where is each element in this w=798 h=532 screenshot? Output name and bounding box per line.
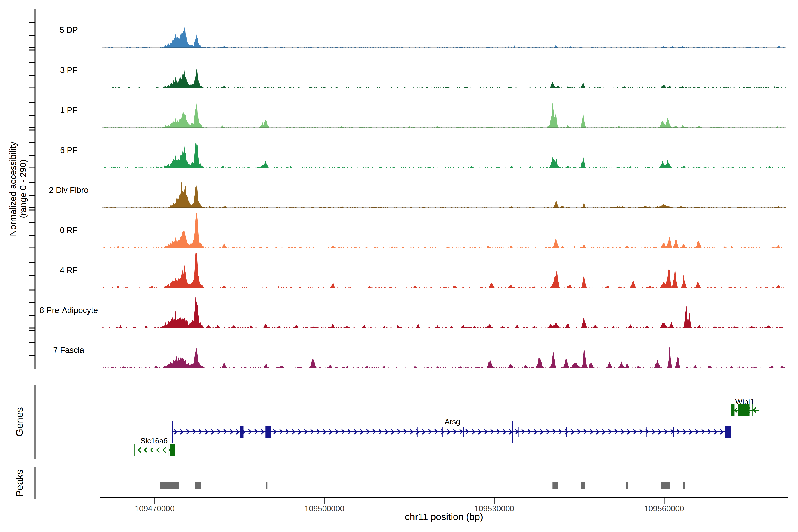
peak-region-box xyxy=(160,482,179,489)
peak-region-box xyxy=(195,482,201,489)
exon-box xyxy=(265,426,271,438)
signal-track-4-rf xyxy=(102,253,786,288)
signal-track-1-pf xyxy=(102,102,786,128)
x-axis-title: chr11 position (bp) xyxy=(405,511,483,522)
x-axis-tick-label: 109470000 xyxy=(135,504,174,513)
x-axis-tick-label: 109530000 xyxy=(474,504,514,513)
track-label-5-dp: 5 DP xyxy=(60,25,78,35)
genome-browser-figure: Normalized accessibility (range 0 - 290)… xyxy=(0,0,798,532)
exon-box xyxy=(731,404,735,416)
signal-track-5-dp xyxy=(102,26,786,48)
tracks-canvas xyxy=(0,0,798,532)
track-label-2-div-fibro: 2 Div Fibro xyxy=(49,186,89,195)
gene-label-wipi1: Wipi1 xyxy=(735,397,754,406)
peak-region-box xyxy=(266,482,267,489)
peaks-section-label: Peaks xyxy=(14,469,25,497)
x-axis-tick-label: 109500000 xyxy=(305,504,344,513)
track-label-1-pf: 1 PF xyxy=(60,106,77,115)
genes-section-label: Genes xyxy=(14,407,25,437)
peak-region-box xyxy=(683,482,685,489)
track-label-7-fascia: 7 Fascia xyxy=(53,346,84,355)
signal-track-0-rf xyxy=(102,213,786,248)
gene-label-slc16a6: Slc16a6 xyxy=(140,436,168,445)
peak-region-box xyxy=(626,482,628,489)
y-axis-label-line1: Normalized accessibility xyxy=(8,141,18,236)
exon-box xyxy=(725,426,730,438)
peak-region-box xyxy=(581,482,585,489)
y-axis-label-line2: (range 0 - 290) xyxy=(18,159,28,218)
track-label-3-pf: 3 PF xyxy=(60,65,77,75)
track-label-6-pf: 6 PF xyxy=(60,146,77,155)
x-axis-tick-label: 109560000 xyxy=(644,504,684,513)
signal-track-6-pf xyxy=(102,142,786,168)
peak-region-box xyxy=(552,482,558,489)
signal-track-3-pf xyxy=(102,69,786,88)
gene-label-arsg: Arsg xyxy=(445,417,460,426)
peak-region-box xyxy=(661,482,670,489)
signal-track-7-fascia xyxy=(102,347,786,368)
track-label-4-rf: 4 RF xyxy=(60,266,78,275)
track-label-8-pre-adipocyte: 8 Pre-Adipocyte xyxy=(39,306,98,315)
gene-model-slc16a6 xyxy=(134,444,175,456)
exon-box xyxy=(240,426,243,438)
exon-box xyxy=(170,444,175,456)
signal-track-8-pre-adipocyte xyxy=(102,297,786,328)
signal-track-2-div-fibro xyxy=(102,182,786,208)
exon-box xyxy=(738,404,749,416)
track-label-0-rf: 0 RF xyxy=(60,226,78,235)
